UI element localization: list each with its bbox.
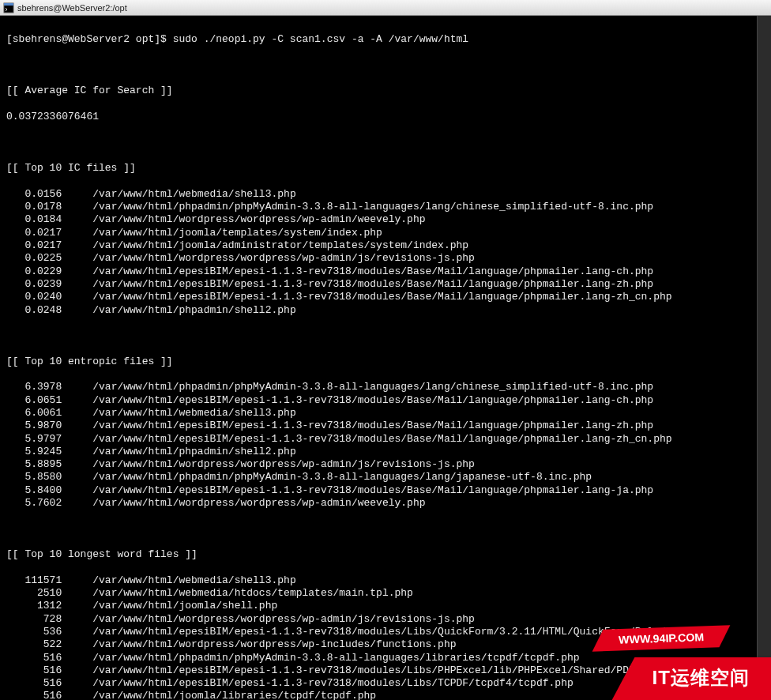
result-value: 5.8580 bbox=[6, 471, 62, 483]
result-value: 111571 bbox=[6, 574, 62, 586]
result-path: /var/www/html/phpadmin/shell2.php bbox=[92, 304, 295, 316]
result-path: /var/www/html/wordpress/wordpress/wp-adm… bbox=[92, 613, 475, 625]
result-row: 6.0061 /var/www/html/webmedia/shell3.php bbox=[6, 407, 765, 420]
section-header-entropic: [[ Top 10 entropic files ]] bbox=[6, 356, 765, 368]
result-value: 516 bbox=[6, 677, 62, 689]
section-entropic: 6.3978 /var/www/html/phpadmin/phpMyAdmin… bbox=[6, 381, 765, 510]
result-path: /var/www/html/phpadmin/phpMyAdmin-3.3.8-… bbox=[92, 201, 653, 213]
result-path: /var/www/html/phpadmin/phpMyAdmin-3.3.8-… bbox=[92, 652, 579, 664]
result-row: 0.0178 /var/www/html/phpadmin/phpMyAdmin… bbox=[6, 201, 765, 213]
window-titlebar[interactable]: sbehrens@WebServer2:/opt bbox=[0, 0, 771, 16]
result-row: 111571 /var/www/html/webmedia/shell3.php bbox=[6, 574, 765, 587]
result-path: /var/www/html/epesiBIM/epesi-1.1.3-rev73… bbox=[92, 664, 697, 676]
result-row: 0.0184 /var/www/html/wordpress/wordpress… bbox=[6, 213, 765, 226]
shell-prompt: [sbehrens@WebServer2 opt]$ bbox=[6, 33, 173, 45]
result-value: 6.0651 bbox=[6, 394, 62, 406]
result-value: 0.0156 bbox=[6, 188, 62, 200]
window-title: sbehrens@WebServer2:/opt bbox=[17, 3, 127, 13]
result-row: 0.0217 /var/www/html/joomla/administrato… bbox=[6, 239, 765, 252]
result-row: 0.0239 /var/www/html/epesiBIM/epesi-1.1.… bbox=[6, 278, 765, 291]
result-value: 5.7602 bbox=[6, 497, 62, 509]
terminal-icon bbox=[3, 2, 14, 13]
result-value: 5.8895 bbox=[6, 458, 62, 470]
command-text: sudo ./neopi.py -C scan1.csv -a -A /var/… bbox=[173, 33, 468, 45]
vertical-scrollbar[interactable] bbox=[757, 16, 771, 700]
result-row: 5.8895 /var/www/html/wordpress/wordpress… bbox=[6, 458, 765, 471]
result-value: 516 bbox=[6, 652, 62, 664]
result-row: 5.8580 /var/www/html/phpadmin/phpMyAdmin… bbox=[6, 471, 765, 484]
result-path: /var/www/html/epesiBIM/epesi-1.1.3-rev73… bbox=[92, 278, 653, 290]
result-path: /var/www/html/webmedia/shell3.php bbox=[92, 574, 295, 586]
result-value: 2510 bbox=[6, 587, 62, 599]
result-path: /var/www/html/joomla/shell.php bbox=[92, 600, 277, 612]
result-value: 1312 bbox=[6, 600, 62, 612]
section-header-longest: [[ Top 10 longest word files ]] bbox=[6, 548, 765, 561]
result-value: 522 bbox=[6, 638, 62, 650]
result-value: 0.0248 bbox=[6, 304, 62, 316]
result-value: 5.9245 bbox=[6, 446, 62, 457]
result-value: 5.9797 bbox=[6, 433, 62, 445]
result-row: 6.0651 /var/www/html/epesiBIM/epesi-1.1.… bbox=[6, 394, 765, 407]
section-ic: 0.0156 /var/www/html/webmedia/shell3.php… bbox=[6, 188, 765, 317]
result-path: /var/www/html/joomla/libraries/tcpdf/tcp… bbox=[92, 690, 376, 700]
result-path: /var/www/html/epesiBIM/epesi-1.1.3-rev73… bbox=[92, 291, 671, 303]
result-value: 0.0239 bbox=[6, 278, 62, 290]
result-value: 0.0217 bbox=[6, 227, 62, 239]
result-path: /var/www/html/wordpress/wordpress/wp-adm… bbox=[92, 458, 475, 470]
result-value: 0.0240 bbox=[6, 291, 62, 303]
result-path: /var/www/html/joomla/templates/system/in… bbox=[92, 227, 382, 239]
svg-rect-1 bbox=[4, 3, 13, 6]
result-path: /var/www/html/wordpress/wordpress/wp-adm… bbox=[92, 213, 425, 225]
result-path: /var/www/html/phpadmin/phpMyAdmin-3.3.8-… bbox=[92, 381, 653, 393]
result-path: /var/www/html/phpadmin/phpMyAdmin-3.3.8-… bbox=[92, 471, 592, 483]
result-path: /var/www/html/webmedia/shell3.php bbox=[92, 188, 295, 200]
result-value: 728 bbox=[6, 613, 62, 625]
terminal-output[interactable]: [sbehrens@WebServer2 opt]$ sudo ./neopi.… bbox=[0, 16, 771, 700]
result-row: 5.9245 /var/www/html/phpadmin/shell2.php bbox=[6, 446, 765, 458]
result-value: 0.0229 bbox=[6, 265, 62, 277]
result-path: /var/www/html/webmedia/shell3.php bbox=[92, 407, 295, 419]
result-row: 728 /var/www/html/wordpress/wordpress/wp… bbox=[6, 613, 765, 626]
result-path: /var/www/html/epesiBIM/epesi-1.1.3-rev73… bbox=[92, 420, 653, 431]
result-value: 5.9870 bbox=[6, 420, 62, 431]
result-path: /var/www/html/epesiBIM/epesi-1.1.3-rev73… bbox=[92, 677, 574, 689]
result-row: 5.8400 /var/www/html/epesiBIM/epesi-1.1.… bbox=[6, 484, 765, 497]
watermark-brand: IT运维空间 bbox=[611, 657, 771, 700]
section-header-ic: [[ Top 10 IC files ]] bbox=[6, 162, 765, 175]
result-path: /var/www/html/epesiBIM/epesi-1.1.3-rev73… bbox=[92, 433, 671, 445]
result-path: /var/www/html/phpadmin/shell2.php bbox=[92, 446, 295, 457]
result-value: 516 bbox=[6, 690, 62, 700]
result-row: 0.0248 /var/www/html/phpadmin/shell2.php bbox=[6, 304, 765, 317]
result-path: /var/www/html/joomla/administrator/templ… bbox=[92, 239, 468, 251]
avg-ic-value: 0.0372336076461 bbox=[6, 111, 765, 123]
result-row: 0.0217 /var/www/html/joomla/templates/sy… bbox=[6, 227, 765, 239]
result-row: 6.3978 /var/www/html/phpadmin/phpMyAdmin… bbox=[6, 381, 765, 393]
result-path: /var/www/html/epesiBIM/epesi-1.1.3-rev73… bbox=[92, 484, 653, 496]
result-value: 0.0217 bbox=[6, 239, 62, 251]
result-row: 2510 /var/www/html/webmedia/htdocs/templ… bbox=[6, 587, 765, 600]
result-path: /var/www/html/epesiBIM/epesi-1.1.3-rev73… bbox=[92, 394, 653, 406]
result-value: 0.0178 bbox=[6, 201, 62, 213]
result-row: 0.0240 /var/www/html/epesiBIM/epesi-1.1.… bbox=[6, 291, 765, 303]
result-path: /var/www/html/wordpress/wordpress/wp-inc… bbox=[92, 638, 456, 650]
result-value: 6.3978 bbox=[6, 381, 62, 393]
result-path: /var/www/html/wordpress/wordpress/wp-adm… bbox=[92, 497, 425, 509]
result-value: 5.8400 bbox=[6, 484, 62, 496]
result-path: /var/www/html/wordpress/wordpress/wp-adm… bbox=[92, 252, 475, 264]
result-row: 5.9797 /var/www/html/epesiBIM/epesi-1.1.… bbox=[6, 433, 765, 446]
avg-ic-header: [[ Average IC for Search ]] bbox=[6, 85, 765, 97]
result-row: 5.9870 /var/www/html/epesiBIM/epesi-1.1.… bbox=[6, 420, 765, 432]
result-value: 0.0225 bbox=[6, 252, 62, 264]
result-path: /var/www/html/webmedia/htdocs/templates/… bbox=[92, 587, 413, 599]
result-row: 1312 /var/www/html/joomla/shell.php bbox=[6, 600, 765, 612]
result-path: /var/www/html/epesiBIM/epesi-1.1.3-rev73… bbox=[92, 265, 653, 277]
result-row: 0.0229 /var/www/html/epesiBIM/epesi-1.1.… bbox=[6, 265, 765, 278]
result-row: 0.0225 /var/www/html/wordpress/wordpress… bbox=[6, 252, 765, 265]
result-value: 6.0061 bbox=[6, 407, 62, 419]
result-row: 5.7602 /var/www/html/wordpress/wordpress… bbox=[6, 497, 765, 510]
result-value: 516 bbox=[6, 664, 62, 676]
result-value: 536 bbox=[6, 626, 62, 638]
result-value: 0.0184 bbox=[6, 213, 62, 225]
result-row: 0.0156 /var/www/html/webmedia/shell3.php bbox=[6, 188, 765, 201]
